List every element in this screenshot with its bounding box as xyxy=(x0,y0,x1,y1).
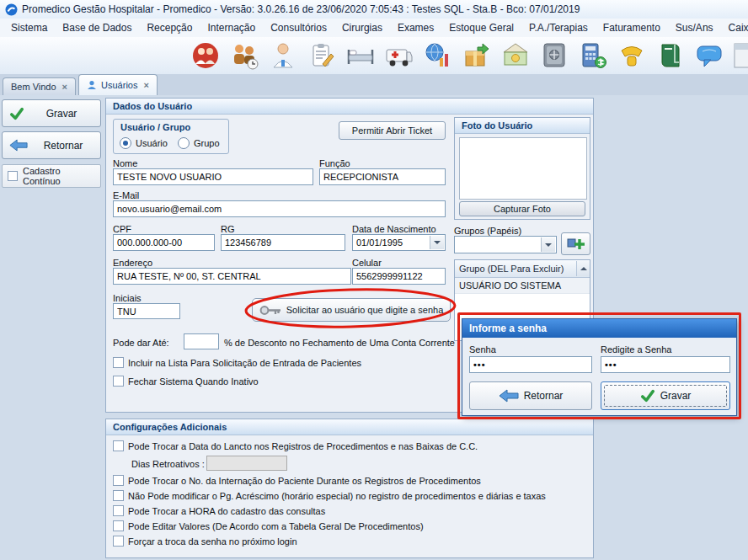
checkbox-label: Pode Trocar a Data do Lancto nos Registr… xyxy=(128,441,478,451)
reports-globe-icon[interactable] xyxy=(423,40,453,71)
cadastro-continuo-checkbox[interactable]: Cadastro Contínuo xyxy=(2,164,101,188)
radio-grupo-label: Grupo xyxy=(194,138,220,148)
endereco-label: Endereço xyxy=(113,258,152,268)
nascimento-label: Data de Nascimento xyxy=(352,224,436,234)
menu-item-pa-terapias[interactable]: P.A./Terapias xyxy=(521,19,596,36)
radio-icon[interactable] xyxy=(120,137,131,149)
tab-close-icon[interactable]: × xyxy=(143,80,148,90)
grupos-papeis-combobox[interactable] xyxy=(454,236,557,253)
medical-staff-icon[interactable] xyxy=(268,40,298,71)
radio-usuario-label: Usuário xyxy=(136,138,168,148)
checkbox-box[interactable] xyxy=(113,536,124,547)
menu-item-recepcao[interactable]: Recepção xyxy=(139,19,200,36)
menu-item-estoque-geral[interactable]: Estoque Geral xyxy=(441,19,521,36)
checkbox-trocar-no-internacao[interactable]: Pode Trocar o No. da Internação do Pacie… xyxy=(113,475,481,486)
toolbar xyxy=(0,37,748,75)
desconto-input[interactable] xyxy=(184,333,219,349)
checkbox-box[interactable] xyxy=(113,475,124,486)
radio-usuario[interactable]: Usuário xyxy=(120,137,168,149)
solicitar-senha-label: Solicitar ao usuário que digite a senha xyxy=(286,305,444,315)
checkbox-trocar-data-lancto[interactable]: Pode Trocar a Data do Lancto nos Registr… xyxy=(113,440,478,451)
logoff-icon[interactable] xyxy=(190,40,221,71)
checkbox-forcar-troca-senha[interactable]: Forçar a troca da senha no próximo login xyxy=(113,536,297,547)
billing-bank-icon[interactable] xyxy=(500,40,531,71)
checkbox-fechar-label: Fechar Sistema Quando Inativo xyxy=(128,376,259,387)
grupo-list-item[interactable]: USUÁRIO DO SISTEMA xyxy=(455,278,590,294)
records-icon[interactable] xyxy=(307,40,337,71)
stock-package-icon[interactable] xyxy=(462,40,492,71)
capturar-foto-button[interactable]: Capturar Foto xyxy=(459,201,585,216)
scroll-up-icon[interactable] xyxy=(576,261,590,276)
checkbox-box[interactable] xyxy=(8,171,18,181)
checkbox-label: Pode Trocar a HORA do cadastro das consu… xyxy=(128,506,325,516)
senha-input[interactable] xyxy=(469,356,592,373)
title-bar: Promedico Gestão Hospitalar - Promedico … xyxy=(0,0,748,19)
checkbox-box[interactable] xyxy=(113,490,124,501)
dialog-retornar-button[interactable]: Retornar xyxy=(469,381,592,410)
checkbox-nao-modificar-acrescimo[interactable]: Não Pode modificar o Pg. Acréscimo (horá… xyxy=(113,490,546,501)
endereco-input[interactable] xyxy=(113,268,351,285)
cashier-calculator-icon[interactable] xyxy=(578,40,608,71)
funcao-input[interactable] xyxy=(319,168,446,185)
menu-item-base-de-dados[interactable]: Base de Dados xyxy=(55,19,139,36)
tab-bar: Bem Vindo × Usuários × xyxy=(0,74,748,95)
tab-usuarios[interactable]: Usuários × xyxy=(78,74,158,95)
radio-icon[interactable] xyxy=(178,137,190,149)
checkbox-box[interactable] xyxy=(113,505,124,516)
menu-item-sistema[interactable]: Sistema xyxy=(3,19,55,36)
menu-item-consultorios[interactable]: Consultórios xyxy=(263,19,334,36)
iniciais-input[interactable] xyxy=(113,303,180,319)
window-icon[interactable] xyxy=(733,40,748,71)
menu-item-internacao[interactable]: Internação xyxy=(200,19,263,36)
checkbox-box[interactable] xyxy=(113,376,124,387)
menu-item-faturamento[interactable]: Faturamento xyxy=(596,19,668,36)
dialog-gravar-button[interactable]: Gravar xyxy=(601,381,730,410)
foto-usuario-header: Foto do Usuário xyxy=(455,118,590,134)
chevron-down-icon[interactable] xyxy=(541,237,555,252)
email-input[interactable] xyxy=(113,200,446,217)
checkbox-fechar-sistema[interactable]: Fechar Sistema Quando Inativo xyxy=(113,376,259,387)
nome-input[interactable] xyxy=(113,168,313,185)
dias-retroativos-input[interactable] xyxy=(206,456,287,471)
window-title: Promedico Gestão Hospitalar - Promedico … xyxy=(22,3,580,15)
ambulance-icon[interactable] xyxy=(384,40,414,71)
email-label: E-Mail xyxy=(113,190,139,200)
tab-bem-vindo[interactable]: Bem Vindo × xyxy=(3,77,76,95)
permitir-abrir-ticket-button[interactable]: Permitir Abrir Ticket xyxy=(339,121,446,140)
menu-item-cirurgias[interactable]: Cirurgias xyxy=(334,19,390,36)
rg-input[interactable] xyxy=(221,234,345,251)
phone-support-icon[interactable] xyxy=(617,40,647,71)
grupo-del-header[interactable]: Grupo (DEL Para Excluir) xyxy=(455,260,590,278)
checkbox-box[interactable] xyxy=(113,440,124,451)
menu-item-caixa[interactable]: Caixa xyxy=(721,19,748,36)
celular-input[interactable] xyxy=(352,268,446,285)
checkbox-editar-valores[interactable]: Pode Editar Valores (De Acordo com a Tab… xyxy=(113,520,424,531)
informe-senha-title: Informe a senha xyxy=(462,319,736,338)
menu-item-sus-ans[interactable]: Sus/Ans xyxy=(668,19,721,36)
add-grupo-button[interactable] xyxy=(561,232,590,255)
solicitar-senha-button[interactable]: Solicitar ao usuário que digite a senha xyxy=(252,298,451,322)
cpf-input[interactable] xyxy=(113,234,215,251)
app-icon xyxy=(5,3,18,16)
checkbox-box[interactable] xyxy=(113,520,124,531)
ledger-book-icon[interactable] xyxy=(655,40,686,71)
tab-close-icon[interactable]: × xyxy=(62,82,67,92)
checkbox-box[interactable] xyxy=(113,357,124,368)
retornar-button[interactable]: Retornar xyxy=(2,131,101,159)
gravar-button[interactable]: Gravar xyxy=(2,99,101,127)
nascimento-combobox[interactable]: 01/01/1995 xyxy=(352,234,446,251)
chat-icon[interactable] xyxy=(694,40,724,71)
checkbox-incluir-lista[interactable]: Incluir na Lista Para Solicitação de Ent… xyxy=(113,357,361,368)
dialog-gravar-label: Gravar xyxy=(660,390,692,402)
reception-icon[interactable] xyxy=(229,40,259,71)
menu-item-exames[interactable]: Exames xyxy=(390,19,441,36)
checkbox-trocar-hora-consultas[interactable]: Pode Trocar a HORA do cadastro das consu… xyxy=(113,505,325,516)
redigite-senha-input[interactable] xyxy=(601,356,730,373)
safe-icon[interactable] xyxy=(539,40,569,71)
radio-grupo[interactable]: Grupo xyxy=(178,137,220,149)
chevron-down-icon[interactable] xyxy=(430,236,444,249)
check-icon xyxy=(9,107,24,120)
retornar-label: Retornar xyxy=(33,140,94,152)
internment-bed-icon[interactable] xyxy=(345,40,376,71)
app-window: Promedico Gestão Hospitalar - Promedico … xyxy=(0,0,748,560)
